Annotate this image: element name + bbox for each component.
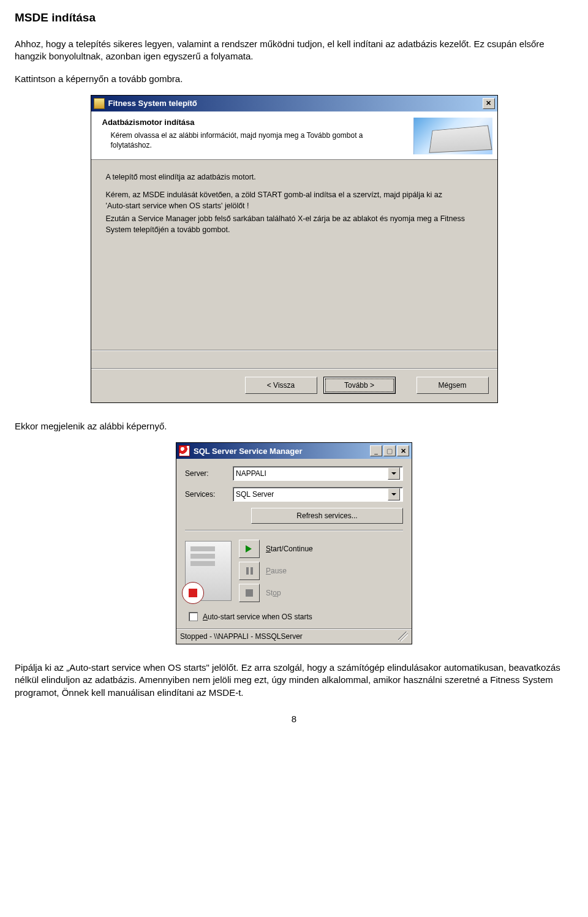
play-icon bbox=[246, 545, 255, 553]
status-bar: Stopped - \\NAPPALI - MSSQLServer bbox=[176, 628, 412, 644]
server-label: Server: bbox=[185, 469, 233, 478]
close-icon[interactable]: ✕ bbox=[397, 445, 409, 456]
refresh-services-button[interactable]: Refresh services... bbox=[251, 508, 403, 524]
close-icon[interactable]: ✕ bbox=[483, 98, 495, 109]
chevron-down-icon[interactable] bbox=[388, 488, 400, 500]
stopped-indicator-icon bbox=[182, 582, 204, 604]
doc-paragraph: Pipálja ki az „Auto-start service when O… bbox=[15, 662, 573, 699]
body-text: A telepítő most elindítja az adatbázis m… bbox=[106, 172, 483, 183]
minimize-icon[interactable]: _ bbox=[370, 445, 382, 456]
resize-grip-icon[interactable] bbox=[398, 632, 408, 641]
banner-image bbox=[413, 118, 492, 154]
stop-label: Stop bbox=[266, 589, 281, 597]
cancel-button[interactable]: Mégsem bbox=[417, 377, 489, 394]
server-status-icon bbox=[185, 541, 232, 601]
installer-title: Fitness System telepítő bbox=[108, 99, 197, 108]
back-button[interactable]: < Vissza bbox=[245, 377, 317, 394]
start-label: Start/Continue bbox=[266, 545, 313, 553]
stop-icon bbox=[246, 589, 253, 597]
server-combo[interactable]: NAPPALI bbox=[233, 466, 403, 481]
pause-label: Pause bbox=[266, 567, 287, 575]
start-button[interactable] bbox=[239, 540, 260, 558]
services-value: SQL Server bbox=[236, 490, 274, 499]
maximize-icon: ▢ bbox=[383, 445, 396, 456]
status-text: Stopped - \\NAPPALI - MSSQLServer bbox=[180, 632, 303, 641]
banner-title: Adatbázismotor indítása bbox=[102, 118, 413, 127]
body-text: Kérem, az MSDE indulását követően, a zöl… bbox=[106, 190, 483, 201]
doc-heading: MSDE indítása bbox=[15, 11, 573, 25]
server-value: NAPPALI bbox=[236, 469, 266, 478]
autostart-checkbox[interactable] bbox=[189, 612, 198, 621]
body-text: Ezután a Service Manager jobb felső sark… bbox=[106, 214, 483, 235]
doc-paragraph: Kattintson a képernyőn a tovább gombra. bbox=[15, 73, 573, 85]
service-manager-window: SQL Server Service Manager _ ▢ ✕ Server:… bbox=[176, 442, 412, 644]
installer-icon bbox=[94, 98, 105, 109]
installer-body: A telepítő most elindítja az adatbázis m… bbox=[91, 160, 497, 350]
doc-paragraph: Ekkor megjelenik az alábbi képernyő. bbox=[15, 420, 573, 432]
autostart-label: Auto-start service when OS starts bbox=[203, 613, 312, 621]
pause-button bbox=[239, 562, 260, 580]
pause-icon bbox=[246, 567, 253, 575]
installer-window: Fitness System telepítő ✕ Adatbázismotor… bbox=[91, 95, 498, 403]
chevron-down-icon[interactable] bbox=[388, 467, 400, 480]
services-combo[interactable]: SQL Server bbox=[233, 487, 403, 502]
installer-banner: Adatbázismotor indítása Kérem olvassa el… bbox=[91, 111, 497, 160]
stop-button bbox=[239, 584, 260, 602]
body-text: 'Auto-start service when OS starts' jelö… bbox=[106, 201, 483, 212]
installer-titlebar: Fitness System telepítő ✕ bbox=[91, 96, 497, 111]
svc-title: SQL Server Service Manager bbox=[194, 447, 303, 456]
services-label: Services: bbox=[185, 490, 233, 499]
installer-footer: < Vissza Tovább > Mégsem bbox=[91, 369, 497, 402]
doc-paragraph: Ahhoz, hogy a telepítés sikeres legyen, … bbox=[15, 38, 573, 63]
svc-titlebar: SQL Server Service Manager _ ▢ ✕ bbox=[176, 443, 412, 459]
next-button[interactable]: Tovább > bbox=[323, 377, 396, 394]
banner-subtitle: Kérem olvassa el az alábbi információt, … bbox=[111, 130, 368, 150]
svc-app-icon bbox=[179, 445, 190, 456]
page-number: 8 bbox=[15, 714, 573, 724]
